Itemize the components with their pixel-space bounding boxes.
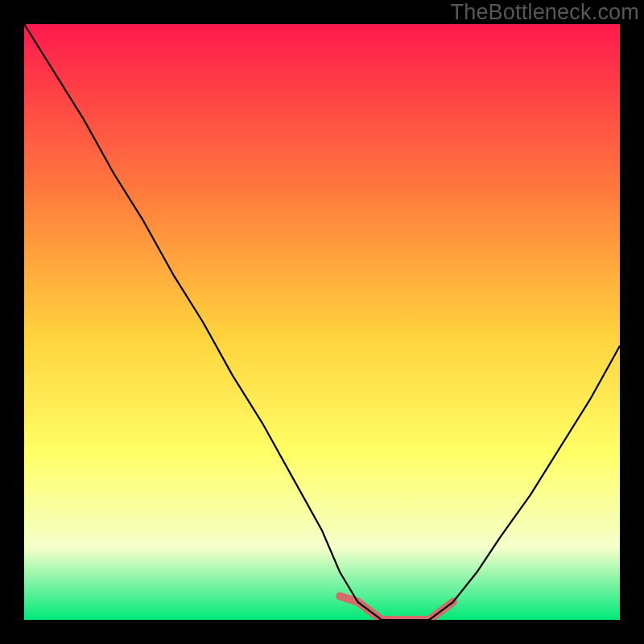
- plot-svg: [24, 24, 620, 620]
- plot-area: [24, 24, 620, 620]
- watermark-text: TheBottleneck.com: [450, 0, 639, 25]
- chart-frame: TheBottleneck.com: [0, 0, 644, 644]
